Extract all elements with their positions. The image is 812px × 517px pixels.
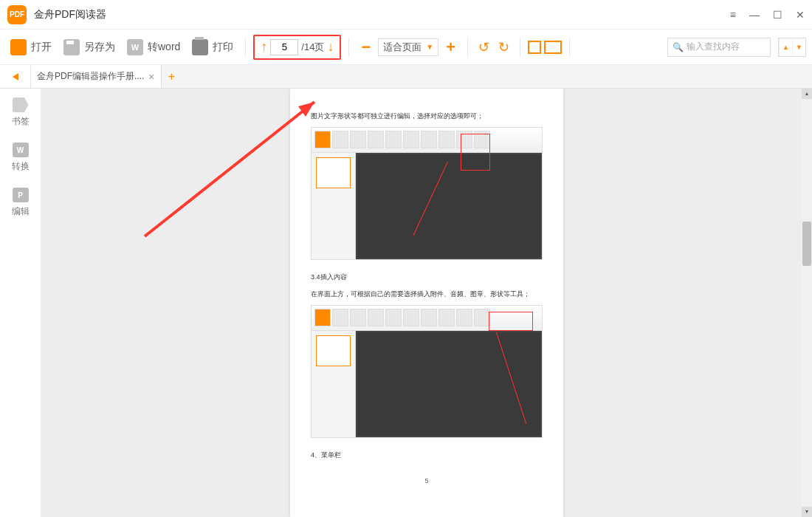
doc-menu-title: 4、菜单栏 <box>311 450 543 460</box>
zoom-in-button[interactable]: + <box>441 38 460 57</box>
to-word-button[interactable]: W 转word <box>123 36 185 58</box>
search-input[interactable]: 🔍 输入查找内容 <box>667 38 771 57</box>
document-viewport[interactable]: 图片文字形状等都可独立进行编辑，选择对应的选项即可； <box>41 89 812 517</box>
doc-section-title: 3.4插入内容 <box>311 272 543 282</box>
sidebar: 书签 W 转换 P 编辑 <box>0 89 41 517</box>
pdf-page: 图片文字形状等都可独立进行编辑，选择对应的选项即可； <box>290 89 563 517</box>
app-title: 金舟PDF阅读器 <box>34 8 730 21</box>
menu-icon[interactable]: ≡ <box>730 9 736 21</box>
print-button[interactable]: 打印 <box>187 36 238 58</box>
chevron-down-icon: ▼ <box>426 43 433 51</box>
open-label: 打开 <box>31 41 52 54</box>
sidebar-label: 编辑 <box>12 205 30 218</box>
separator <box>467 38 468 57</box>
tab-close-button[interactable]: × <box>148 71 154 83</box>
sidebar-label: 转换 <box>12 160 30 173</box>
zoom-out-button[interactable]: − <box>357 38 375 57</box>
sidebar-item-bookmarks[interactable]: 书签 <box>12 97 30 128</box>
scroll-thumb[interactable] <box>802 222 811 266</box>
printer-icon <box>192 39 208 55</box>
close-button[interactable]: ✕ <box>796 9 805 21</box>
rotate-left-button[interactable]: ↺ <box>475 39 492 55</box>
fit-mode-select[interactable]: 适合页面 ▼ <box>378 38 438 56</box>
sidebar-item-edit[interactable]: P 编辑 <box>12 188 30 218</box>
embedded-screenshot <box>311 305 543 438</box>
edit-icon: P <box>13 188 29 202</box>
doc-section-text: 在界面上方，可根据自己的需要选择插入附件、音频、图章、形状等工具； <box>311 289 543 299</box>
scroll-up-button[interactable]: ▴ <box>802 89 812 99</box>
print-label: 打印 <box>213 41 233 54</box>
search-icon: 🔍 <box>672 42 684 52</box>
page-number-footer: 5 <box>311 476 543 486</box>
save-as-label: 另存为 <box>84 41 115 54</box>
save-as-button[interactable]: 另存为 <box>59 36 120 58</box>
search-prev-button[interactable]: ▲ <box>779 38 792 56</box>
prev-page-button[interactable]: ↑ <box>261 39 267 55</box>
search-nav: ▲ ▼ <box>778 38 806 57</box>
separator <box>245 38 246 57</box>
tab-bar: 金舟PDF编辑器操作手册.... × + <box>0 65 812 89</box>
save-icon <box>63 39 80 55</box>
view-mode-group <box>528 41 562 54</box>
document-tab[interactable]: 金舟PDF编辑器操作手册.... × <box>31 65 162 88</box>
page-number-input[interactable] <box>270 39 298 55</box>
content-area: 书签 W 转换 P 编辑 图片文字形状等都可独立进行编辑，选择对应的选项即可； <box>0 89 812 517</box>
minimize-button[interactable]: — <box>749 9 760 21</box>
search-placeholder: 输入查找内容 <box>687 41 740 53</box>
bookmark-icon <box>13 97 29 112</box>
separator <box>569 38 570 57</box>
search-next-button[interactable]: ▼ <box>792 38 805 56</box>
sidebar-item-convert[interactable]: W 转换 <box>12 143 30 173</box>
to-word-label: 转word <box>148 41 180 54</box>
sidebar-label: 书签 <box>12 115 30 128</box>
next-page-button[interactable]: ↓ <box>327 39 334 55</box>
page-navigation: ↑ /14页 ↓ <box>253 35 341 60</box>
single-page-view-button[interactable] <box>528 41 541 54</box>
convert-icon: W <box>13 143 29 157</box>
word-icon: W <box>127 39 143 55</box>
toolbar: 打开 另存为 W 转word 打印 ↑ /14页 ↓ − 适合页面 ▼ + ↺ … <box>0 30 812 65</box>
home-tab-button[interactable] <box>0 65 31 88</box>
svg-line-0 <box>145 102 314 236</box>
page-total-label: /14页 <box>301 41 324 54</box>
new-tab-button[interactable]: + <box>162 65 182 88</box>
doc-text-line: 图片文字形状等都可独立进行编辑，选择对应的选项即可； <box>311 111 543 121</box>
separator <box>520 38 520 57</box>
separator <box>348 38 349 57</box>
maximize-button[interactable]: ☐ <box>773 9 782 21</box>
embedded-screenshot <box>311 127 543 260</box>
folder-icon <box>10 39 27 55</box>
home-triangle-icon <box>13 73 18 81</box>
app-logo-icon: PDF <box>7 5 27 24</box>
fit-mode-label: 适合页面 <box>383 41 422 54</box>
open-button[interactable]: 打开 <box>6 36 56 58</box>
scroll-down-button[interactable]: ▾ <box>802 507 812 517</box>
title-bar: PDF 金舟PDF阅读器 ≡ — ☐ ✕ <box>0 0 812 30</box>
rotate-right-button[interactable]: ↻ <box>495 39 512 55</box>
vertical-scrollbar[interactable]: ▴ ▾ <box>802 89 812 517</box>
double-page-view-button[interactable] <box>544 41 562 54</box>
tab-title: 金舟PDF编辑器操作手册.... <box>37 70 144 83</box>
